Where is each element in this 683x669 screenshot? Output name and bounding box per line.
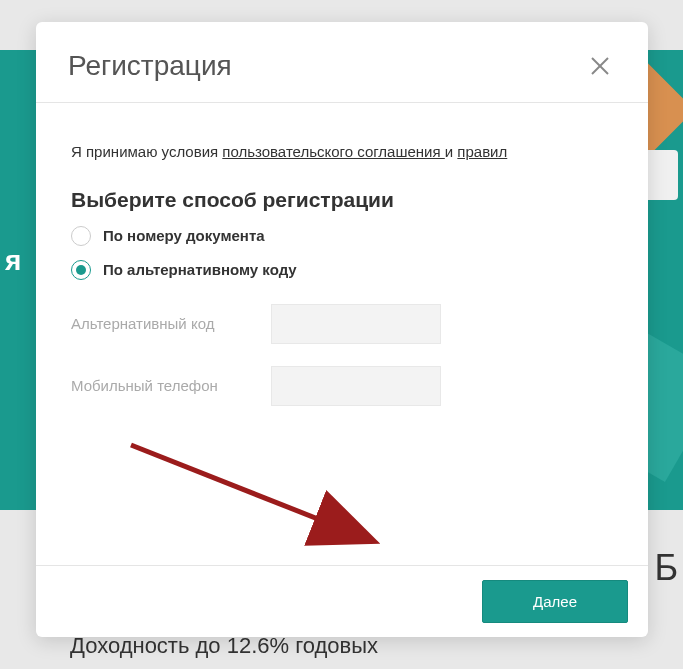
background-text-right: Б (654, 547, 678, 589)
close-icon (588, 54, 612, 78)
modal-title: Регистрация (68, 50, 232, 82)
close-button[interactable] (584, 50, 616, 82)
next-button[interactable]: Далее (482, 580, 628, 623)
radio-icon-selected (71, 260, 91, 280)
registration-modal: Регистрация Я принимаю условия пользоват… (36, 22, 648, 637)
radio-label: По номеру документа (103, 227, 265, 244)
section-title: Выберите способ регистрации (71, 188, 613, 212)
arrow-annotation (121, 435, 401, 555)
modal-footer: Далее (36, 565, 648, 637)
form-row-alt-code: Альтернативный код (71, 304, 613, 344)
alt-code-label: Альтернативный код (71, 315, 251, 332)
radio-option-document[interactable]: По номеру документа (71, 226, 613, 246)
background-text-left: я (0, 240, 26, 282)
terms-mid: и (445, 143, 458, 160)
terms-link-agreement[interactable]: пользовательского соглашения (222, 143, 444, 160)
radio-icon (71, 226, 91, 246)
modal-header: Регистрация (36, 22, 648, 103)
radio-label: По альтернативному коду (103, 261, 297, 278)
svg-line-3 (131, 445, 371, 540)
form-row-phone: Мобильный телефон (71, 366, 613, 406)
radio-option-alt-code[interactable]: По альтернативному коду (71, 260, 613, 280)
terms-text: Я принимаю условия пользовательского сог… (71, 141, 613, 164)
radio-group: По номеру документа По альтернативному к… (71, 226, 613, 280)
terms-prefix: Я принимаю условия (71, 143, 222, 160)
phone-input[interactable] (271, 366, 441, 406)
modal-body: Я принимаю условия пользовательского сог… (36, 103, 648, 565)
terms-link-rules[interactable]: правил (457, 143, 507, 160)
phone-label: Мобильный телефон (71, 377, 251, 394)
alt-code-input[interactable] (271, 304, 441, 344)
